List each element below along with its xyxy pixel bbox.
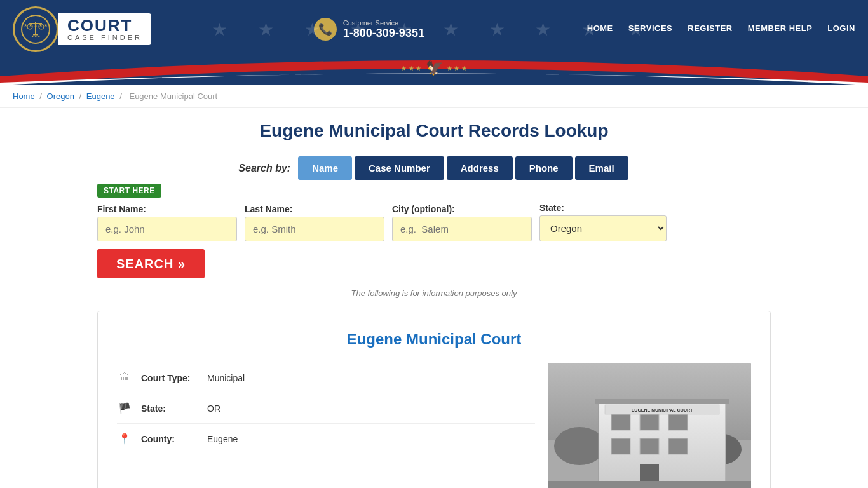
tab-email[interactable]: Email <box>575 156 628 180</box>
nav-register[interactable]: REGISTER <box>688 24 732 36</box>
search-form: First Name: Last Name: City (optional): … <box>97 203 771 278</box>
nav-login[interactable]: LOGIN <box>827 24 855 36</box>
phone-icon: 📞 <box>314 18 337 41</box>
court-card-title: Eugene Municipal Court <box>117 330 751 348</box>
city-group: City (optional): <box>392 204 532 241</box>
svg-rect-18 <box>668 438 688 454</box>
court-info-list: 🏛 Court Type: Municipal 🏴 State: OR 📍 Co… <box>117 363 535 488</box>
svg-rect-15 <box>668 414 688 430</box>
logo-court-label: COURT <box>67 17 142 34</box>
breadcrumb-oregon[interactable]: Oregon <box>47 92 74 101</box>
logo-casefinder-label: CASE FINDER <box>67 34 142 41</box>
logo-area: ★ ★ ★ ★ ★ ★ ★ ★ COURT CASE FINDER <box>13 6 151 52</box>
first-name-input[interactable] <box>97 217 237 241</box>
state-value: OR <box>207 403 220 414</box>
breadcrumb: Home / Oregon / Eugene / Eugene Municipa… <box>0 85 868 108</box>
tab-phone[interactable]: Phone <box>515 156 573 180</box>
svg-text:★ ★ ★: ★ ★ ★ <box>31 34 41 38</box>
logo-text-box: COURT CASE FINDER <box>58 13 151 45</box>
cs-label: Customer Service <box>343 19 424 27</box>
stars-right: ★ ★ ★ <box>447 65 468 72</box>
stars-left: ★ ★ ★ <box>401 65 422 72</box>
site-header: ★ ★ ★ ★ ★ ★ ★ ★ ★ ★ ★ ★ ★ ★ ★ ★ ★ ★ COUR… <box>0 0 868 58</box>
main-content: Eugene Municipal Court Records Lookup Se… <box>85 108 783 488</box>
first-name-label: First Name: <box>97 204 237 214</box>
state-label: State: <box>539 203 667 213</box>
tab-name[interactable]: Name <box>298 156 352 180</box>
location-icon: 📍 <box>117 433 132 445</box>
svg-rect-22 <box>595 399 729 404</box>
breadcrumb-sep-1: / <box>39 92 44 101</box>
svg-rect-23 <box>548 481 751 488</box>
court-card-body: 🏛 Court Type: Municipal 🏴 State: OR 📍 Co… <box>117 363 751 488</box>
nav-member-help[interactable]: MEMBER HELP <box>748 24 813 36</box>
tab-case-number[interactable]: Case Number <box>355 156 444 180</box>
last-name-input[interactable] <box>245 217 384 241</box>
last-name-label: Last Name: <box>245 204 384 214</box>
svg-point-10 <box>554 427 605 465</box>
breadcrumb-sep-2: / <box>79 92 84 101</box>
main-nav: HOME SERVICES REGISTER MEMBER HELP LOGIN <box>587 24 855 36</box>
building-svg: EUGENE MUNICIPAL COURT <box>548 363 751 488</box>
breadcrumb-sep-3: / <box>119 92 124 101</box>
logo-icon: ★ ★ ★ ★ ★ ★ ★ ★ <box>20 14 51 44</box>
cs-phone: 1-800-309-9351 <box>343 27 424 39</box>
courthouse-icon: 🏛 <box>117 372 132 384</box>
breadcrumb-current: Eugene Municipal Court <box>129 92 217 101</box>
state-group: State: Oregon California Washington Idah… <box>539 203 667 241</box>
start-here-badge: START HERE <box>97 184 161 198</box>
breadcrumb-home[interactable]: Home <box>13 92 35 101</box>
eagle-banner: ★ ★ ★ 🦅 ★ ★ ★ <box>0 58 868 85</box>
court-image: EUGENE MUNICIPAL COURT <box>548 363 751 488</box>
county-value: Eugene <box>207 434 238 444</box>
state-label-info: State: <box>141 403 198 414</box>
flag-icon: 🏴 <box>117 402 132 414</box>
last-name-group: Last Name: <box>245 204 384 241</box>
county-item: 📍 County: Eugene <box>117 424 535 454</box>
nav-home[interactable]: HOME <box>587 24 613 36</box>
court-type-value: Municipal <box>207 373 245 383</box>
info-note: The following is for information purpose… <box>97 288 771 298</box>
first-name-group: First Name: <box>97 204 237 241</box>
search-by-label: Search by: <box>238 163 290 174</box>
svg-rect-16 <box>611 438 630 454</box>
customer-service: 📞 Customer Service 1-800-309-9351 <box>314 18 424 41</box>
search-by-row: Search by: Name Case Number Address Phon… <box>97 156 771 180</box>
eagle-icon: 🦅 <box>426 60 443 76</box>
state-item: 🏴 State: OR <box>117 393 535 424</box>
svg-rect-14 <box>640 414 659 430</box>
nav-services[interactable]: SERVICES <box>628 24 673 36</box>
eagle-center: ★ ★ ★ 🦅 ★ ★ ★ <box>401 60 467 76</box>
logo-circle: ★ ★ ★ ★ ★ ★ ★ ★ <box>13 6 58 52</box>
city-input[interactable] <box>392 217 532 241</box>
svg-text:EUGENE MUNICIPAL COURT: EUGENE MUNICIPAL COURT <box>632 408 693 412</box>
city-label: City (optional): <box>392 204 532 214</box>
svg-rect-3 <box>29 23 42 24</box>
svg-rect-13 <box>611 414 630 430</box>
cs-text: Customer Service 1-800-309-9351 <box>343 19 424 40</box>
breadcrumb-eugene[interactable]: Eugene <box>86 92 115 101</box>
search-button[interactable]: SEARCH » <box>97 249 205 278</box>
court-card: Eugene Municipal Court 🏛 Court Type: Mun… <box>97 311 771 488</box>
page-title: Eugene Municipal Court Records Lookup <box>97 121 771 141</box>
county-label: County: <box>141 434 198 444</box>
court-type-label: Court Type: <box>141 373 198 383</box>
state-select[interactable]: Oregon California Washington Idaho Nevad… <box>539 215 667 241</box>
svg-rect-17 <box>640 438 659 454</box>
tab-address[interactable]: Address <box>447 156 513 180</box>
court-type-item: 🏛 Court Type: Municipal <box>117 363 535 393</box>
